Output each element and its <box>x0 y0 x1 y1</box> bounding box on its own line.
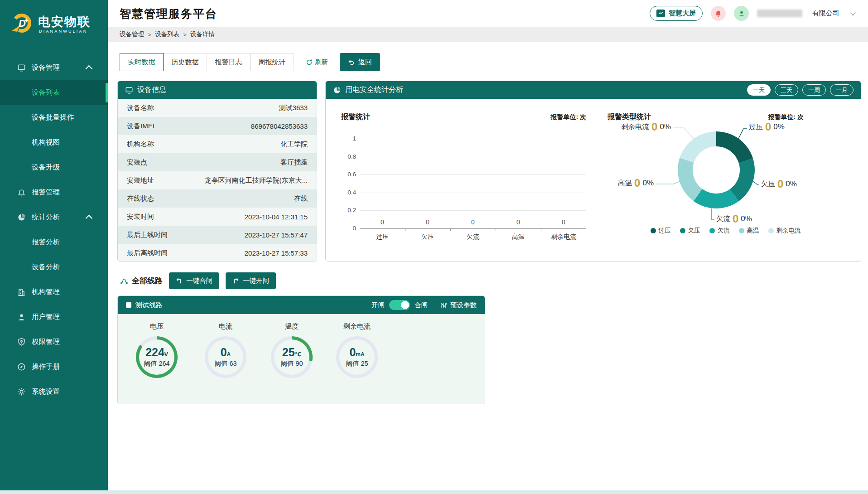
sidebar-item-org-view[interactable]: 机构视图 <box>0 130 108 155</box>
all-lines-title: 全部线路 <box>132 276 163 286</box>
shield-key-icon <box>17 338 26 346</box>
sidebar-item-label: 设备升级 <box>0 163 60 172</box>
top-bar: 智慧管理服务平台 智慧大屏 有限公司 <box>108 0 868 27</box>
sidebar-item-label: 设备分析 <box>0 262 60 272</box>
device-icon <box>17 63 26 72</box>
sidebar-item-stats[interactable]: 统计分析 <box>0 205 108 230</box>
detail-tabs: 实时数据 历史数据 报警日志 周报统计 刷新 返回 <box>120 53 380 71</box>
avatar[interactable] <box>734 6 749 21</box>
switch-toggle[interactable] <box>389 300 410 310</box>
sidebar-item-device-mgmt[interactable]: 设备管理 <box>0 55 108 80</box>
row-label: 设备IMEI <box>127 122 154 131</box>
sidebar-item-label: 统计分析 <box>0 213 60 222</box>
range-one-month[interactable]: 一月 <box>830 84 854 96</box>
device-info-row: 最后上线时间2023-10-27 15:57:47 <box>118 226 317 244</box>
device-info-row: 机构名称化工学院 <box>118 135 317 153</box>
sidebar-item-label: 报警管理 <box>0 188 60 197</box>
pie-icon <box>17 213 26 222</box>
bar-value: 0 <box>496 218 541 226</box>
sidebar-item-label: 系统设置 <box>0 387 60 397</box>
device-info-title: 设备信息 <box>137 85 166 95</box>
tab-alarm-log[interactable]: 报警日志 <box>207 53 251 71</box>
close-all-switch-button[interactable]: 一键合闸 <box>169 272 219 289</box>
gauge-residual-current: 剩余电流 0mA 阈值 25 <box>330 314 384 378</box>
line-card-header: 测试线路 开闸 合闸 预设参数 <box>118 296 485 314</box>
bar-category: 剩余电流 <box>541 233 586 241</box>
row-value: 在线 <box>294 194 308 203</box>
row-label: 安装点 <box>127 158 147 167</box>
breadcrumb-separator: > <box>183 31 187 38</box>
range-three-days[interactable]: 三天 <box>775 84 798 96</box>
company-name-suffix[interactable]: 有限公司 <box>812 9 839 18</box>
chevron-down-icon[interactable] <box>850 10 856 16</box>
logo: D 电安物联 DIANANWULIAN <box>0 0 108 48</box>
line-card: 测试线路 开闸 合闸 预设参数 电压 224V 阈值 264 <box>117 295 485 404</box>
gauge-temperature: 温度 25℃ 阈值 90 <box>265 314 319 378</box>
sliders-icon <box>440 302 447 309</box>
gauge-ring: 0A 阈值 63 <box>205 336 246 378</box>
line-card-body: 电压 224V 阈值 264 电流 0A 阈值 63 温度 25℃ 阈值 90 <box>118 314 485 404</box>
sidebar-item-manual[interactable]: 操作手册 <box>0 354 108 379</box>
sidebar-item-alarm-mgmt[interactable]: 报警管理 <box>0 180 108 205</box>
y-tick: 0.2 <box>337 207 356 213</box>
gear-icon <box>17 387 26 396</box>
sidebar: D 电安物联 DIANANWULIAN 设备管理 设备列表 设备批量操作 机构视… <box>0 0 108 490</box>
sidebar-item-label: 用户管理 <box>0 312 60 322</box>
notification-bell-icon[interactable] <box>711 6 726 21</box>
sidebar-item-org-mgmt[interactable]: 机构管理 <box>0 280 108 305</box>
device-info-row: 安装时间2023-10-04 12:31:15 <box>118 208 317 226</box>
device-info-header: 设备信息 <box>118 81 317 99</box>
page-title: 智慧管理服务平台 <box>120 6 217 21</box>
device-icon <box>125 86 133 94</box>
analysis-body: 报警统计 报警单位: 次 1 0.8 0.6 0.4 0.2 0 0 <box>326 99 861 262</box>
row-value: 化工学院 <box>280 140 308 149</box>
sidebar-item-label: 机构管理 <box>0 287 60 297</box>
sidebar-item-device-batch[interactable]: 设备批量操作 <box>0 105 108 130</box>
device-info-row: 最后离线时间2023-10-27 15:57:33 <box>118 244 317 262</box>
breadcrumb-separator: > <box>148 31 151 38</box>
breadcrumb-item[interactable]: 设备管理 <box>120 30 144 39</box>
sidebar-item-permission-mgmt[interactable]: 权限管理 <box>0 329 108 354</box>
refresh-button[interactable]: 刷新 <box>306 58 328 67</box>
brand-subtitle: DIANANWULIAN <box>39 29 87 34</box>
alarm-icon <box>17 188 26 197</box>
donut-label-residual-current: 剩余电流 0 0% <box>621 121 671 132</box>
open-all-switch-button[interactable]: 一键开闸 <box>226 272 276 289</box>
sidebar-item-device-analysis[interactable]: 设备分析 <box>0 255 108 280</box>
smart-screen-button[interactable]: 智慧大屏 <box>650 6 703 21</box>
tab-history-data[interactable]: 历史数据 <box>163 53 207 71</box>
sidebar-item-settings[interactable]: 系统设置 <box>0 379 108 404</box>
line-square-icon <box>126 302 131 308</box>
sidebar-item-device-list[interactable]: 设备列表 <box>0 80 108 105</box>
gauge-ring: 0mA 阈值 25 <box>336 336 378 378</box>
sidebar-item-device-upgrade[interactable]: 设备升级 <box>0 155 108 180</box>
svg-text:D: D <box>19 18 26 29</box>
sidebar-item-label: 设备管理 <box>0 63 60 73</box>
breadcrumb-item[interactable]: 设备详情 <box>190 30 215 39</box>
preset-params-button[interactable]: 预设参数 <box>440 301 477 310</box>
legend-item: 过压 <box>651 227 671 235</box>
sidebar-item-user-mgmt[interactable]: 用户管理 <box>0 305 108 329</box>
row-value: 2023-10-27 15:57:47 <box>245 231 308 239</box>
return-arrow-icon <box>348 59 355 66</box>
back-button[interactable]: 返回 <box>340 53 380 71</box>
legend-item: 剩余电流 <box>768 227 801 235</box>
bar-chart-title: 报警统计 <box>341 112 370 122</box>
all-lines-section: 全部线路 一键合闸 一键开闸 <box>120 272 276 289</box>
sidebar-item-alarm-analysis[interactable]: 报警分析 <box>0 230 108 255</box>
donut-chart-title: 报警类型统计 <box>608 112 651 122</box>
donut-chart-unit-label: 报警单位: 次 <box>768 113 804 121</box>
sidebar-item-label: 操作手册 <box>0 362 60 372</box>
tab-weekly-report[interactable]: 周报统计 <box>250 53 294 71</box>
range-one-day[interactable]: 一天 <box>747 84 771 96</box>
analysis-header: 用电安全统计分析 一天 三天 一周 一月 <box>326 81 861 99</box>
tab-realtime-data[interactable]: 实时数据 <box>120 53 164 71</box>
device-info-row: 设备IMEI869678042853633 <box>118 117 317 135</box>
breadcrumb: 设备管理 > 设备列表 > 设备详情 <box>108 27 868 42</box>
company-name-redacted <box>757 10 802 17</box>
sidebar-item-label: 机构视图 <box>0 138 60 147</box>
sidebar-item-label: 报警分析 <box>0 237 60 247</box>
donut-label-high-temp: 高温 0 0% <box>618 178 654 189</box>
breadcrumb-item[interactable]: 设备列表 <box>155 30 179 39</box>
range-one-week[interactable]: 一周 <box>802 84 826 96</box>
